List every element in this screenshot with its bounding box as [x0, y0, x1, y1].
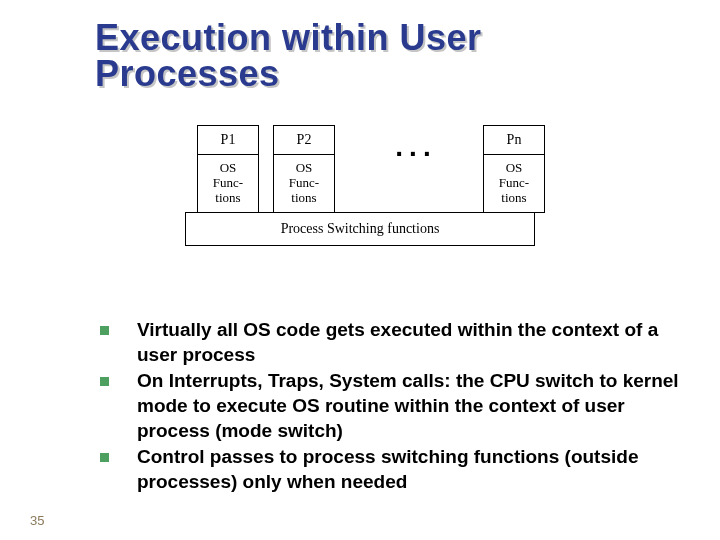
bullet-text: On Interrupts, Traps, System calls: the … [137, 369, 680, 443]
list-item: Virtually all OS code gets executed with… [100, 318, 680, 367]
bullet-text: Control passes to process switching func… [137, 445, 680, 494]
process-box-pn: Pn [483, 125, 545, 155]
bullet-icon [100, 453, 109, 462]
slide-title: Execution within User Processes [95, 20, 482, 92]
title-line-1: Execution within User [95, 17, 482, 58]
bullet-icon [100, 377, 109, 386]
diagram-columns: P1 OS Func- tions P2 OS Func- tions ... … [175, 125, 545, 213]
list-item: Control passes to process switching func… [100, 445, 680, 494]
os-functions-box-1: OS Func- tions [197, 155, 259, 213]
process-column-1: P1 OS Func- tions [197, 125, 259, 213]
bullet-text: Virtually all OS code gets executed with… [137, 318, 680, 367]
bullet-list: Virtually all OS code gets executed with… [100, 318, 680, 497]
process-box-p1: P1 [197, 125, 259, 155]
process-column-n: Pn OS Func- tions [483, 125, 545, 213]
ellipsis-icon: ... [349, 131, 483, 213]
title-line-2: Processes [95, 53, 280, 94]
page-number: 35 [30, 513, 44, 528]
process-diagram: P1 OS Func- tions P2 OS Func- tions ... … [175, 125, 545, 246]
os-functions-box-2: OS Func- tions [273, 155, 335, 213]
process-switching-box: Process Switching functions [185, 212, 535, 246]
list-item: On Interrupts, Traps, System calls: the … [100, 369, 680, 443]
process-column-2: P2 OS Func- tions [273, 125, 335, 213]
process-box-p2: P2 [273, 125, 335, 155]
os-functions-box-n: OS Func- tions [483, 155, 545, 213]
bullet-icon [100, 326, 109, 335]
